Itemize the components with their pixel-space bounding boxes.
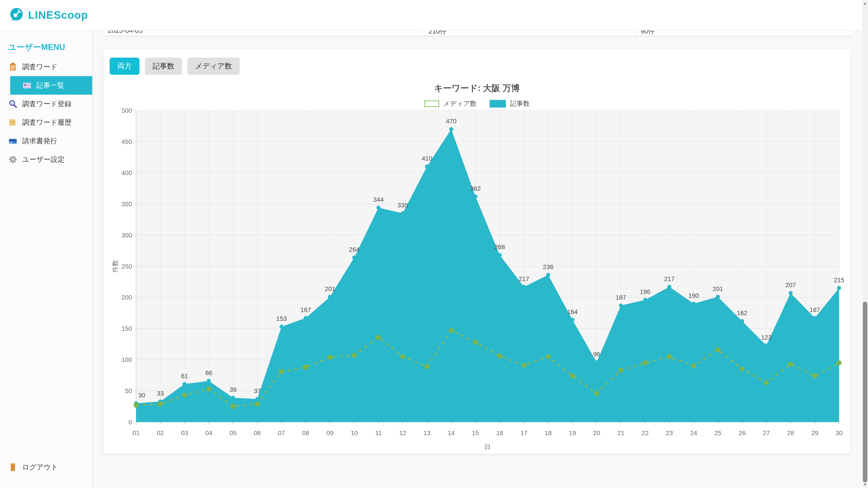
svg-text:06: 06 — [254, 429, 261, 436]
sidebar-item-label: 記事一覧 — [36, 80, 64, 90]
svg-text:123: 123 — [761, 334, 772, 341]
logout-button[interactable]: ログアウト — [8, 462, 58, 472]
svg-text:13: 13 — [423, 429, 430, 436]
svg-text:164: 164 — [567, 308, 578, 315]
gear-icon — [8, 155, 17, 164]
logout-label: ログアウト — [22, 462, 58, 472]
sidebar-item-label: 請求書発行 — [22, 136, 57, 146]
mode-both-button[interactable]: 両方 — [110, 58, 140, 75]
svg-text:33: 33 — [157, 390, 164, 397]
svg-text:09: 09 — [327, 429, 333, 436]
app-header: LINEScoop — [0, 0, 862, 31]
svg-text:17: 17 — [520, 429, 527, 436]
svg-text:07: 07 — [278, 429, 285, 436]
table-column-divider — [424, 31, 424, 36]
y-axis-label: 件数 — [112, 260, 119, 273]
svg-text:100: 100 — [121, 356, 132, 363]
table-cell-media-count: 90件 — [641, 31, 655, 36]
svg-text:196: 196 — [640, 288, 651, 295]
svg-text:22: 22 — [642, 429, 649, 436]
svg-text:200: 200 — [121, 294, 132, 301]
chart-mode-toolbar: 両方 記事数 メディア数 — [110, 58, 240, 75]
svg-text:14: 14 — [448, 429, 455, 436]
sidebar-nav: 調査ワード 記事一覧 調査ワード登録 — [0, 58, 92, 169]
svg-text:187: 187 — [616, 294, 626, 301]
svg-text:167: 167 — [809, 306, 820, 313]
svg-text:30: 30 — [835, 429, 842, 436]
table-cell-date: 2025-04-03 — [108, 31, 143, 34]
svg-text:217: 217 — [664, 275, 675, 283]
sidebar-item-word-history[interactable]: 調査ワード履歴 — [0, 113, 92, 132]
newspaper-icon — [23, 81, 31, 90]
svg-text:26: 26 — [739, 429, 745, 436]
svg-text:30: 30 — [138, 392, 145, 399]
svg-text:23: 23 — [666, 429, 673, 436]
svg-text:207: 207 — [785, 282, 796, 289]
clipboard-icon — [8, 63, 17, 71]
svg-text:362: 362 — [470, 185, 481, 192]
sidebar-item-invoice[interactable]: 請求書発行 — [0, 132, 92, 150]
svg-text:25: 25 — [714, 429, 721, 436]
svg-text:201: 201 — [325, 285, 336, 292]
svg-text:410: 410 — [422, 155, 432, 162]
page-scrollbar[interactable]: ▲ ▼ — [862, 0, 868, 488]
sidebar-item-user-settings[interactable]: ユーザー設定 — [0, 150, 92, 169]
svg-text:39: 39 — [229, 386, 237, 393]
svg-text:61: 61 — [181, 372, 188, 380]
mode-media-button[interactable]: メディア数 — [187, 58, 240, 75]
svg-text:268: 268 — [494, 243, 505, 251]
sidebar-item-survey-word[interactable]: 調査ワード — [0, 58, 92, 76]
svg-text:27: 27 — [763, 429, 770, 436]
svg-text:10: 10 — [351, 429, 358, 436]
main-content: 2025-04-03 210件 90件 両方 記事数 メディア数 キーワード: … — [93, 31, 862, 488]
chart-card: 両方 記事数 メディア数 キーワード: 大阪 万博 メディア数 記事数 0501… — [103, 48, 851, 454]
sidebar-item-label: ユーザー設定 — [22, 155, 64, 164]
svg-text:400: 400 — [121, 169, 132, 176]
svg-text:04: 04 — [205, 429, 212, 436]
svg-text:0: 0 — [128, 419, 132, 426]
svg-text:201: 201 — [712, 285, 723, 292]
svg-text:350: 350 — [121, 201, 132, 207]
svg-text:37: 37 — [254, 387, 261, 394]
svg-text:150: 150 — [121, 325, 132, 332]
svg-text:02: 02 — [157, 429, 164, 436]
svg-text:66: 66 — [205, 369, 212, 377]
svg-text:08: 08 — [302, 429, 309, 436]
svg-text:300: 300 — [121, 232, 132, 239]
sidebar-menu-title: ユーザーMENU — [8, 42, 65, 53]
logout-icon — [8, 463, 17, 471]
svg-text:20: 20 — [593, 429, 600, 436]
scroll-down-arrow[interactable]: ▼ — [862, 481, 868, 488]
svg-text:28: 28 — [787, 429, 794, 436]
svg-text:236: 236 — [543, 263, 554, 270]
table-cell-article-count: 210件 — [429, 31, 447, 36]
sidebar: ユーザーMENU 調査ワード 記事一覧 — [0, 31, 93, 488]
svg-text:450: 450 — [121, 138, 132, 145]
scroll-up-arrow[interactable]: ▲ — [862, 0, 868, 7]
svg-text:21: 21 — [617, 429, 624, 436]
sidebar-item-label: 調査ワード履歴 — [22, 118, 71, 127]
svg-text:19: 19 — [569, 429, 576, 436]
svg-text:344: 344 — [373, 196, 384, 203]
svg-text:162: 162 — [737, 310, 747, 317]
chart-title: キーワード: 大阪 万博 — [103, 83, 850, 94]
sidebar-item-label: 調査ワード登録 — [22, 99, 71, 109]
svg-text:250: 250 — [121, 263, 132, 270]
svg-text:16: 16 — [496, 429, 503, 436]
svg-text:190: 190 — [688, 292, 699, 299]
scrolled-table-row: 2025-04-03 210件 90件 — [103, 31, 851, 36]
svg-text:24: 24 — [690, 429, 697, 436]
svg-text:11: 11 — [375, 429, 382, 436]
mode-articles-button[interactable]: 記事数 — [145, 58, 182, 75]
svg-text:96: 96 — [593, 351, 600, 358]
svg-text:335: 335 — [397, 202, 408, 209]
scroll-icon — [8, 118, 17, 127]
app-logo[interactable]: LINEScoop — [8, 7, 88, 23]
svg-text:215: 215 — [834, 276, 844, 284]
sidebar-item-article-list[interactable]: 記事一覧 — [10, 76, 92, 95]
svg-text:500: 500 — [121, 107, 132, 114]
linescoop-logo-icon — [8, 7, 24, 23]
scrollbar-thumb[interactable] — [863, 302, 867, 482]
sidebar-item-word-register[interactable]: 調査ワード登録 — [0, 95, 92, 113]
area-chart: 0501001502002503003504004505003033616639… — [103, 103, 851, 454]
